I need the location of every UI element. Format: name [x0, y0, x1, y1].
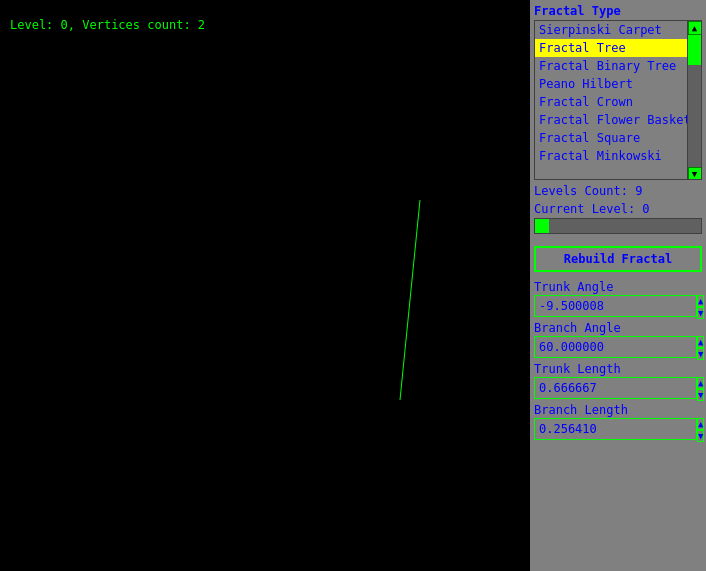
trunk-length-down-btn[interactable]: ▼ [697, 389, 704, 401]
scroll-up-btn[interactable]: ▲ [688, 21, 702, 35]
status-bar: Level: 0, Vertices count: 2 [10, 18, 205, 32]
scroll-track [688, 35, 702, 167]
branch-length-label: Branch Length [534, 403, 702, 417]
current-level: Current Level: 0 [534, 202, 702, 216]
rebuild-fractal-button[interactable]: Rebuild Fractal [534, 246, 702, 272]
progress-bar-fill [535, 219, 549, 233]
progress-bar-container[interactable] [534, 218, 702, 234]
fractal-list-item[interactable]: Fractal Binary Tree [535, 57, 687, 75]
trunk-angle-btns: ▲ ▼ [697, 295, 704, 317]
trunk-length-up-btn[interactable]: ▲ [697, 377, 704, 389]
fractal-list-item[interactable]: Fractal Crown [535, 93, 687, 111]
fractal-type-label: Fractal Type [534, 4, 702, 18]
fractal-list-item[interactable]: Fractal Square [535, 129, 687, 147]
branch-angle-spinner: ▲ ▼ [534, 336, 702, 358]
right-panel: Fractal Type Sierpinski CarpetFractal Tr… [530, 0, 706, 571]
fractal-svg [0, 0, 530, 571]
branch-angle-label: Branch Angle [534, 321, 702, 335]
canvas-area [0, 0, 530, 571]
trunk-length-label: Trunk Length [534, 362, 702, 376]
branch-length-input[interactable] [534, 418, 697, 440]
trunk-angle-input[interactable] [534, 295, 697, 317]
trunk-angle-label: Trunk Angle [534, 280, 702, 294]
svg-line-0 [400, 200, 420, 400]
fractal-list[interactable]: Sierpinski CarpetFractal TreeFractal Bin… [535, 21, 687, 179]
scroll-down-btn[interactable]: ▼ [688, 167, 702, 180]
branch-angle-down-btn[interactable]: ▼ [697, 348, 704, 360]
fractal-list-item[interactable]: Fractal Flower Basket ( [535, 111, 687, 129]
branch-length-down-btn[interactable]: ▼ [697, 430, 704, 442]
fractal-list-item[interactable]: Peano Hilbert [535, 75, 687, 93]
branch-length-btns: ▲ ▼ [697, 418, 704, 440]
trunk-length-input[interactable] [534, 377, 697, 399]
fractal-list-item[interactable]: Fractal Tree [535, 39, 687, 57]
trunk-length-btns: ▲ ▼ [697, 377, 704, 399]
fractal-list-item[interactable]: Sierpinski Carpet [535, 21, 687, 39]
trunk-angle-spinner: ▲ ▼ [534, 295, 702, 317]
branch-angle-input[interactable] [534, 336, 697, 358]
scrollbar: ▲ ▼ [687, 21, 701, 180]
branch-angle-btns: ▲ ▼ [697, 336, 704, 358]
branch-length-up-btn[interactable]: ▲ [697, 418, 704, 430]
branch-length-spinner: ▲ ▼ [534, 418, 702, 440]
branch-angle-up-btn[interactable]: ▲ [697, 336, 704, 348]
trunk-length-spinner: ▲ ▼ [534, 377, 702, 399]
fractal-list-container: Sierpinski CarpetFractal TreeFractal Bin… [534, 20, 702, 180]
status-text: Level: 0, Vertices count: 2 [10, 18, 205, 32]
trunk-angle-down-btn[interactable]: ▼ [697, 307, 704, 319]
fractal-list-item[interactable]: Fractal Minkowski [535, 147, 687, 165]
trunk-angle-up-btn[interactable]: ▲ [697, 295, 704, 307]
levels-count: Levels Count: 9 [534, 184, 702, 198]
scroll-thumb[interactable] [688, 35, 702, 65]
